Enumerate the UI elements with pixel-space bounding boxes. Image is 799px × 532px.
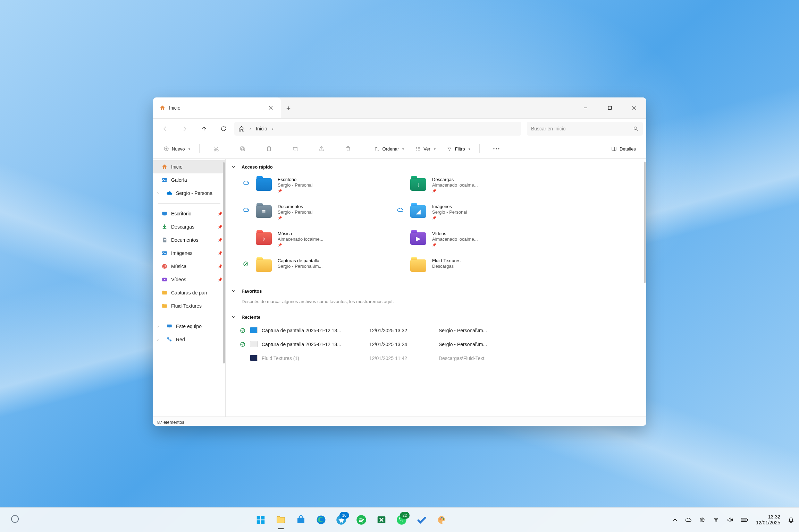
close-window-button[interactable]	[622, 97, 646, 118]
new-tab-button[interactable]: ＋	[281, 97, 296, 118]
rename-button[interactable]	[283, 143, 308, 155]
sidebar-pinned-item[interactable]: Vídeos📌	[153, 273, 225, 286]
taskbar-todo[interactable]	[412, 510, 431, 529]
sort-button[interactable]: Ordenar▾	[369, 143, 409, 155]
svg-point-29	[244, 262, 248, 266]
svg-rect-11	[293, 147, 297, 150]
quick-access-item[interactable]: Capturas de pantalla Sergio - Personal\I…	[239, 255, 390, 280]
chevron-right-icon[interactable]: ›	[157, 191, 163, 196]
search-box[interactable]: Buscar en Inicio	[527, 122, 643, 136]
forward-button[interactable]	[176, 122, 193, 136]
up-button[interactable]	[195, 122, 213, 136]
chevron-right-icon[interactable]: ›	[157, 337, 163, 342]
chevron-down-icon: ▾	[434, 147, 436, 151]
section-recent[interactable]: Reciente	[226, 309, 646, 324]
sidebar-pinned-item[interactable]: Escritorio📌	[153, 207, 225, 220]
sidebar-pinned-item[interactable]: Capturas de pan	[153, 286, 225, 299]
volume-icon[interactable]	[727, 517, 733, 523]
chevron-down-icon: ▾	[188, 147, 190, 151]
filter-button[interactable]: Filtro▾	[442, 143, 475, 155]
chevron-right-icon[interactable]: ›	[157, 324, 163, 329]
pin-icon: 📌	[218, 212, 222, 216]
taskbar-edge[interactable]	[312, 510, 330, 529]
taskbar-excel[interactable]	[372, 510, 391, 529]
cut-button[interactable]	[204, 143, 229, 155]
taskbar-start[interactable]	[251, 510, 270, 529]
gallery-icon	[161, 177, 168, 183]
sidebar-item-network[interactable]: › Red	[153, 333, 225, 346]
taskbar-telegram[interactable]: 10	[332, 510, 351, 529]
quick-access-item[interactable]: ♪ Música Almacenado localme... 📌	[239, 228, 390, 252]
taskbar-clock[interactable]: 13:32 12/01/2025	[756, 514, 780, 526]
quick-access-item[interactable]: ◢ Imágenes Sergio - Personal 📌	[394, 200, 545, 225]
pin-icon: 📌	[278, 216, 312, 221]
battery-icon[interactable]	[741, 517, 748, 522]
quick-access-item[interactable]: ▶ Vídeos Almacenado localme... 📌	[394, 228, 545, 252]
taskbar-store[interactable]	[292, 510, 310, 529]
sidebar-pinned-item[interactable]: Música📌	[153, 260, 225, 273]
nav-toolbar: › Inicio › Buscar en Inicio	[153, 119, 646, 139]
copilot-button[interactable]	[6, 510, 24, 529]
quick-access-item[interactable]: ↓ Descargas Almacenado localme... 📌	[394, 173, 545, 198]
minimize-button[interactable]	[573, 97, 598, 118]
recent-item[interactable]: Captura de pantalla 2025-01-12 13... 12/…	[239, 337, 639, 351]
sync-status-icon	[396, 256, 404, 261]
breadcrumb-inicio[interactable]: Inicio	[256, 126, 267, 131]
recent-item[interactable]: Fluid Textures (1) 12/01/2025 11:42 Desc…	[239, 351, 639, 365]
sync-status-icon	[242, 229, 250, 234]
svg-rect-25	[167, 325, 172, 327]
sync-status-icon	[396, 175, 404, 180]
delete-button[interactable]	[336, 143, 361, 155]
taskbar-spotify[interactable]	[352, 510, 371, 529]
svg-rect-28	[170, 340, 171, 342]
wifi-icon[interactable]	[713, 517, 719, 523]
onedrive-tray-icon[interactable]	[685, 517, 691, 523]
view-button[interactable]: Ver▾	[410, 143, 440, 155]
sidebar-item-home[interactable]: Inicio	[153, 160, 225, 173]
sidebar-item-onedrive[interactable]: › Sergio - Persona	[153, 187, 225, 200]
chevron-right-icon: ›	[272, 126, 274, 131]
notifications-icon[interactable]	[788, 517, 794, 523]
content-scrollbar[interactable]	[644, 162, 646, 283]
sidebar-scrollbar[interactable]	[223, 162, 225, 363]
back-button[interactable]	[157, 122, 174, 136]
svg-point-21	[162, 264, 167, 269]
sidebar-item-this-pc[interactable]: › Este equipo	[153, 320, 225, 333]
tab-inicio[interactable]: Inicio	[153, 97, 281, 118]
sync-status-icon	[239, 327, 250, 334]
sidebar-pinned-item[interactable]: Descargas📌	[153, 220, 225, 233]
svg-rect-32	[257, 516, 260, 520]
close-tab-button[interactable]	[266, 103, 276, 113]
more-button[interactable]	[484, 143, 509, 155]
paste-button[interactable]	[256, 143, 281, 155]
quick-access-item[interactable]: Escritorio Sergio - Personal 📌	[239, 173, 390, 198]
svg-point-43	[441, 517, 443, 518]
maximize-button[interactable]	[598, 97, 622, 118]
quick-access-item[interactable]: ≡ Documentos Sergio - Personal 📌	[239, 200, 390, 225]
svg-point-12	[493, 148, 494, 149]
new-button[interactable]: Nuevo▾	[159, 143, 195, 155]
section-quick-access[interactable]: Acceso rápido	[226, 159, 646, 173]
sidebar-pinned-item[interactable]: Documentos📌	[153, 233, 225, 247]
sidebar-pinned-item[interactable]: Imágenes📌	[153, 247, 225, 260]
taskbar-paint[interactable]	[432, 510, 451, 529]
recent-item[interactable]: Captura de pantalla 2025-01-12 13... 12/…	[239, 324, 639, 337]
quick-access-item[interactable]: Fluid-Textures Descargas	[394, 255, 545, 280]
section-favorites[interactable]: Favoritos	[226, 283, 646, 298]
refresh-button[interactable]	[215, 122, 232, 136]
language-tray-icon[interactable]	[699, 517, 705, 523]
download-icon	[161, 224, 168, 230]
svg-point-46	[716, 521, 716, 522]
address-bar[interactable]: › Inicio ›	[234, 122, 521, 136]
pin-icon: 📌	[218, 264, 222, 269]
copy-button[interactable]	[230, 143, 255, 155]
sidebar-pinned-item[interactable]: Fluid-Textures	[153, 299, 225, 312]
sidebar-item-gallery[interactable]: Galería	[153, 173, 225, 187]
share-button[interactable]	[309, 143, 334, 155]
details-pane-button[interactable]: Detalles	[606, 143, 641, 155]
svg-point-22	[163, 267, 164, 268]
tray-chevron-icon[interactable]	[673, 517, 678, 522]
taskbar-whatsapp[interactable]: 22	[392, 510, 411, 529]
taskbar-explorer[interactable]	[271, 510, 290, 529]
sort-icon	[374, 146, 380, 152]
